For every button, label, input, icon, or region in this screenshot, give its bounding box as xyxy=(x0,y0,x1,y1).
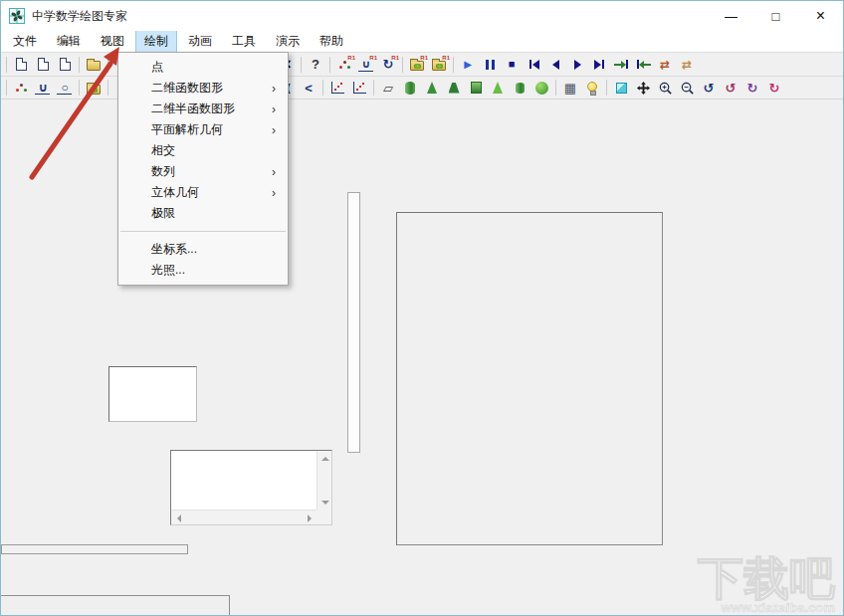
draw-menu-item-2[interactable]: 二维半函数图形› xyxy=(118,99,288,119)
rotate-y-icon[interactable]: ↻ xyxy=(741,78,763,98)
menu-item-draw[interactable]: 绘制 xyxy=(136,31,176,52)
draw-menu-item-0[interactable]: 点 xyxy=(118,57,288,78)
help-icon[interactable]: ? xyxy=(305,55,326,75)
r1-badge: R1 xyxy=(420,55,428,61)
plane-icon[interactable]: ▱ xyxy=(377,78,399,98)
toolbar-separator xyxy=(402,57,403,73)
menu-item-view[interactable]: 视图 xyxy=(93,31,132,52)
scroll-up-icon[interactable] xyxy=(317,451,332,466)
cube-3d-icon[interactable] xyxy=(610,78,632,98)
draw-menu-item-6[interactable]: 立体几何› xyxy=(118,182,288,203)
rotate-z-icon[interactable]: ↻ xyxy=(763,78,785,98)
draw-menu-item-4[interactable]: 相交 xyxy=(118,140,288,161)
maximize-button[interactable]: □ xyxy=(753,1,798,31)
zoom-in-icon[interactable] xyxy=(654,78,676,98)
skip-start-icon[interactable] xyxy=(523,55,544,75)
submenu-arrow-icon: › xyxy=(272,123,276,137)
horizontal-slider[interactable] xyxy=(1,544,188,554)
toolbar-separator xyxy=(373,80,374,96)
draw-menu-item-label: 二维函数图形 xyxy=(151,80,223,97)
menu-item-edit[interactable]: 编辑 xyxy=(49,31,89,52)
draw-menu-item-5[interactable]: 数列› xyxy=(118,161,288,182)
skip-end-icon[interactable] xyxy=(588,55,610,75)
r1-function-icon[interactable]: ∪R1 xyxy=(355,55,377,75)
menu-item-animation[interactable]: 动画 xyxy=(180,31,220,52)
open-graph-icon[interactable] xyxy=(83,78,105,98)
grid-icon[interactable]: ▦ xyxy=(559,78,581,98)
zoom-out-icon[interactable] xyxy=(676,78,698,98)
draw-menu-item-label: 相交 xyxy=(151,142,175,159)
app-window: 中学数学绘图专家 — □ × 文件编辑视图绘制动画工具演示帮助 ×?R1∪R1↻… xyxy=(0,0,844,616)
scrollable-panel xyxy=(170,450,332,525)
new-file-alt2-icon[interactable] xyxy=(54,55,76,75)
r1-points-icon[interactable]: R1 xyxy=(333,55,355,75)
minimize-button[interactable]: — xyxy=(709,1,753,31)
scrollbar-corner xyxy=(316,510,331,524)
r1-badge: R1 xyxy=(442,55,450,61)
jump-to-end-icon[interactable] xyxy=(610,55,632,75)
parabola-icon[interactable]: ∪ xyxy=(32,78,54,98)
toolbar-separator xyxy=(107,57,108,73)
pause-icon[interactable] xyxy=(479,55,501,75)
rotate-icon[interactable]: ↺ xyxy=(698,78,720,98)
window-title: 中学数学绘图专家 xyxy=(32,8,709,25)
toolbar-separator xyxy=(79,80,80,96)
menu-item-help[interactable]: 帮助 xyxy=(312,31,351,52)
draw-menu-item-label: 立体几何 xyxy=(151,184,199,201)
watermark-title: 下载吧 xyxy=(698,556,835,600)
cone-icon[interactable] xyxy=(421,78,443,98)
cylinder-small-icon[interactable] xyxy=(509,78,530,98)
r1-open-icon[interactable]: R1 xyxy=(406,55,428,75)
draw-menu-item-7[interactable]: 极限 xyxy=(118,203,288,224)
menu-item-tools[interactable]: 工具 xyxy=(224,31,264,52)
points-icon[interactable] xyxy=(10,78,32,98)
sequence-axis-icon[interactable] xyxy=(326,78,348,98)
jump-to-start-icon[interactable] xyxy=(632,55,654,75)
angle-icon[interactable]: < xyxy=(298,78,319,98)
circle-icon[interactable]: ○ xyxy=(54,78,76,98)
draw-menu-item-3[interactable]: 平面解析几何› xyxy=(118,119,288,140)
pan-icon[interactable] xyxy=(632,78,654,98)
rotate-x-icon[interactable]: ↺ xyxy=(720,78,741,98)
open-file-icon[interactable] xyxy=(83,55,105,75)
submenu-arrow-icon: › xyxy=(272,82,276,96)
draw-menu-item-10[interactable]: 光照... xyxy=(118,260,288,281)
cylinder-icon[interactable] xyxy=(399,78,421,98)
scroll-left-icon[interactable] xyxy=(171,511,186,525)
close-button[interactable]: × xyxy=(798,1,843,31)
menu-item-demo[interactable]: 演示 xyxy=(268,31,308,52)
swap-backward-icon[interactable]: ⇄ xyxy=(676,55,698,75)
draw-menu-item-9[interactable]: 坐标系... xyxy=(118,239,288,260)
cone-light-icon[interactable] xyxy=(487,78,509,98)
title-bar: 中学数学绘图专家 — □ × xyxy=(1,1,843,31)
stop-icon[interactable]: ■ xyxy=(501,55,523,75)
sphere-icon[interactable] xyxy=(530,78,552,98)
submenu-arrow-icon: › xyxy=(272,103,276,116)
frustum-icon[interactable] xyxy=(443,78,465,98)
vertical-scrollbar[interactable] xyxy=(316,451,331,510)
scroll-right-icon[interactable] xyxy=(302,511,316,525)
swap-forward-icon[interactable]: ⇄ xyxy=(654,55,676,75)
draw-menu-item-1[interactable]: 二维函数图形› xyxy=(118,78,288,99)
horizontal-scrollbar[interactable] xyxy=(171,510,316,524)
new-file-icon[interactable] xyxy=(10,55,32,75)
cuboid-icon[interactable] xyxy=(465,78,487,98)
sequence-axis-alt-icon[interactable] xyxy=(348,78,370,98)
toolbar-separator xyxy=(6,80,7,96)
draw-menu-item-label: 坐标系... xyxy=(151,241,197,258)
vertical-scrollbar-strip[interactable] xyxy=(347,192,360,453)
r1-badge: R1 xyxy=(369,55,377,61)
toolbar-separator xyxy=(107,80,108,96)
r1-rotation-icon[interactable]: ↻R1 xyxy=(377,55,399,75)
play-icon[interactable]: ▶ xyxy=(457,55,479,75)
step-forward-icon[interactable] xyxy=(566,55,588,75)
step-back-icon[interactable] xyxy=(544,55,566,75)
new-file-alt-icon[interactable] xyxy=(32,55,54,75)
draw-menu-item-label: 极限 xyxy=(151,205,175,222)
toolbar-separator xyxy=(301,57,302,73)
scroll-down-icon[interactable] xyxy=(317,495,332,510)
light-icon[interactable] xyxy=(581,78,603,98)
menu-item-file[interactable]: 文件 xyxy=(5,31,45,52)
status-panel xyxy=(1,595,230,616)
r1-save-icon[interactable]: R1 xyxy=(428,55,450,75)
